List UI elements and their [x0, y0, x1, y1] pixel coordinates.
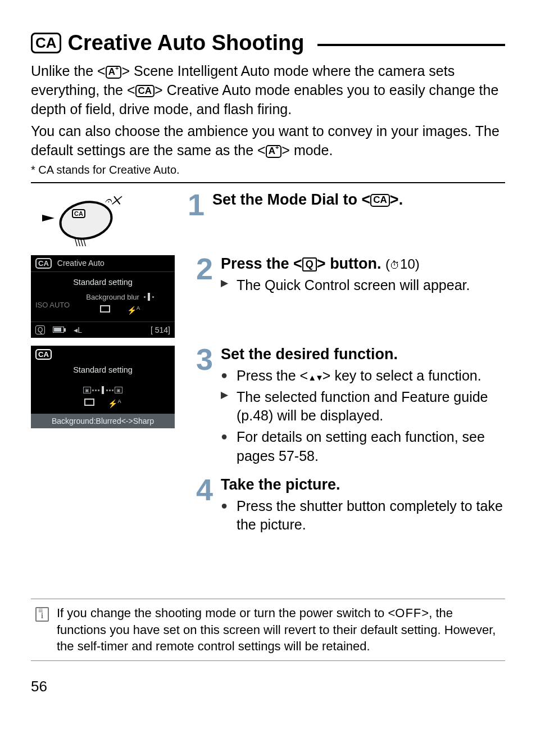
step-number-4: 4 [196, 476, 216, 537]
note-icon [35, 607, 49, 622]
lcd-flash-auto-icon: A [127, 305, 140, 315]
footnote: * CA stands for Creative Auto. [31, 164, 505, 176]
lcd-standard-setting: Standard setting [34, 365, 171, 374]
lcd-screen-2: CA Standard setting ▣ ▣ A [31, 346, 175, 429]
lcd-quality-icon: ◂L [74, 325, 82, 334]
step-3: CA Standard setting ▣ ▣ A [31, 346, 505, 468]
creative-auto-icon: CA [135, 85, 155, 98]
lcd-shots-remaining: [ 514] [151, 325, 170, 334]
step-1-title: Set the Mode Dial to <CA>. [212, 191, 505, 209]
lcd-ca-icon: CA [35, 258, 52, 269]
step-2: CA Creative Auto Standard setting ISO AU… [31, 255, 505, 338]
step-number-1: 1 [188, 191, 208, 219]
note-box: If you change the shooting mode or turn … [31, 599, 505, 661]
step-3-bullet-3: For details on setting each function, se… [237, 428, 505, 466]
lcd-screen-1: CA Creative Auto Standard setting ISO AU… [31, 255, 175, 338]
dial-ca-icon: CA [72, 209, 85, 218]
intro-paragraph-2: You can also choose the ambience you wan… [31, 122, 505, 160]
triangle-bullet-icon: ▶ [221, 276, 232, 295]
lcd-footer-hint: Background:Blurred<->Sharp [31, 414, 175, 428]
up-down-key-icon [308, 368, 322, 383]
scene-intelligent-auto-icon: A+ [266, 145, 282, 158]
lcd-ca-icon: CA [35, 349, 52, 360]
step-number-3: 3 [196, 346, 216, 468]
heading-rule [317, 44, 505, 46]
step-3-bullet-2: The selected function and Feature guide … [237, 388, 505, 426]
scene-intelligent-auto-icon: A+ [106, 66, 122, 79]
step-3-bullet-1: Press the <> key to select a function. [237, 366, 482, 386]
lcd-background-blur-label: Background blur [86, 293, 139, 301]
lcd-blur-slider: ▣ ▣ [83, 386, 122, 394]
step-2-title: Press the <Q> button. (10) [221, 255, 505, 273]
step-4-title: Take the picture. [221, 476, 505, 494]
circle-bullet-icon: ● [221, 366, 232, 386]
step-2-bullet: The Quick Control screen will appear. [237, 276, 470, 295]
ca-mode-icon: CA [31, 33, 61, 53]
lcd-flash-auto-icon: A [108, 399, 121, 408]
page-heading: CA Creative Auto Shooting [31, 31, 505, 55]
lcd-battery-icon [53, 327, 66, 333]
step-number-2: 2 [196, 255, 216, 297]
lcd-drive-single-icon [100, 305, 110, 313]
timer-icon [390, 256, 400, 271]
creative-auto-icon: CA [370, 194, 390, 207]
page-title: Creative Auto Shooting [68, 31, 305, 55]
mode-dial-graphic: 𝄐✕ CA \\\\ [42, 191, 155, 247]
triangle-bullet-icon: ▶ [221, 388, 232, 426]
page-number: 56 [31, 678, 505, 695]
note-text: If you change the shooting mode or turn … [57, 605, 501, 655]
circle-bullet-icon: ● [221, 428, 232, 466]
lcd-blur-slider-mini [144, 293, 154, 301]
lcd-q-icon: Q [35, 325, 45, 334]
off-label: OFF [395, 606, 421, 620]
step-1: 𝄐✕ CA \\\\ 1 Set the Mode Dial to <CA>. [31, 191, 505, 247]
lcd-iso-auto: ISO AUTO [35, 301, 70, 309]
step-4: 4 Take the picture. ● Press the shutter … [31, 476, 505, 537]
lcd-standard-setting: Standard setting [34, 278, 171, 287]
divider [31, 182, 505, 183]
lcd-mode-label: Creative Auto [57, 259, 105, 268]
step-3-title: Set the desired function. [221, 346, 505, 363]
step-4-bullet-1: Press the shutter button completely to t… [237, 497, 505, 535]
lcd-drive-single-icon [84, 399, 94, 406]
circle-bullet-icon: ● [221, 497, 232, 535]
q-button-icon: Q [302, 257, 317, 271]
intro-paragraph-1: Unlike the <A+> Scene Intelligent Auto m… [31, 62, 505, 119]
